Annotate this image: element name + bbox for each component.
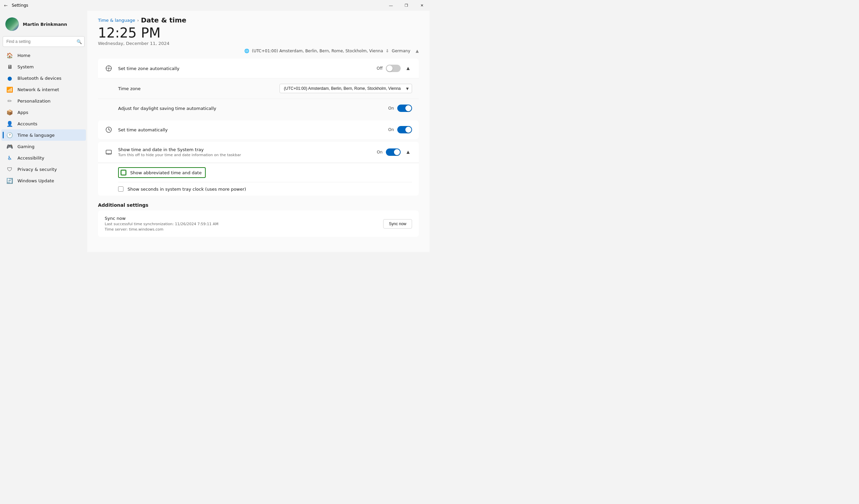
set-timezone-label: Set time zone automatically — [118, 66, 376, 71]
set-time-auto-status: On — [388, 127, 394, 132]
main-content: Time & language › Date & time 12:25 PM W… — [87, 11, 430, 252]
scroll-up-icon[interactable]: ▲ — [416, 49, 419, 53]
system-tray-toggle[interactable] — [386, 148, 401, 156]
breadcrumb-current: Date & time — [141, 16, 186, 24]
abbreviated-time-checkbox[interactable] — [121, 170, 126, 175]
breadcrumb-separator: › — [137, 18, 139, 23]
set-timezone-expand[interactable]: ▲ — [404, 64, 412, 73]
settings-area: Set time zone automatically Off ▲ Time z… — [87, 56, 430, 250]
settings-card-timezone: Set time zone automatically Off ▲ Time z… — [98, 59, 419, 117]
additional-settings-title: Additional settings — [98, 202, 419, 208]
content-header: Time & language › Date & time 12:25 PM W… — [87, 11, 430, 49]
accounts-icon: 👤 — [7, 121, 13, 127]
timezone-dropdown-wrap: (UTC+01:00) Amsterdam, Berlin, Bern, Rom… — [280, 84, 412, 93]
privacy-icon: 🛡 — [7, 166, 13, 172]
maximize-button[interactable]: ❐ — [398, 0, 414, 11]
sidebar-item-label: Privacy & security — [17, 167, 57, 172]
timezone-dropdown[interactable]: (UTC+01:00) Amsterdam, Berlin, Bern, Rom… — [280, 84, 412, 93]
current-date: Wednesday, December 11, 2024 — [98, 41, 419, 46]
sidebar-item-label: Gaming — [17, 144, 34, 149]
sync-now-button[interactable]: Sync now — [383, 219, 412, 229]
sidebar-item-label: Bluetooth & devices — [17, 76, 61, 81]
sidebar-item-label: Network & internet — [17, 87, 59, 92]
sync-title: Sync now — [105, 216, 383, 221]
sidebar-item-label: Accessibility — [17, 156, 44, 160]
sync-desc1: Last successful time synchronization: 11… — [105, 222, 383, 226]
timezone-selector-label: Time zone — [118, 86, 280, 91]
timezone-globe-icon: 🌐 — [244, 49, 249, 53]
sidebar-item-apps[interactable]: 📦 Apps — [1, 107, 86, 118]
show-seconds-checkbox[interactable] — [118, 186, 123, 192]
settings-card-system-tray: Show time and date in the System tray Tu… — [98, 142, 419, 196]
accessibility-icon: ♿ — [7, 155, 13, 161]
region-separator-icon: ⇩ — [386, 49, 389, 53]
show-seconds-label: Show seconds in system tray clock (uses … — [127, 187, 246, 192]
sidebar-item-label: System — [17, 64, 33, 69]
sidebar-item-label: Apps — [17, 110, 28, 115]
svg-line-4 — [109, 130, 110, 130]
system-tray-info: Show time and date in the System tray Tu… — [118, 147, 377, 157]
abbreviated-time-highlighted-wrap: Show abbreviated time and date — [118, 167, 206, 178]
set-timezone-status: Off — [376, 66, 382, 71]
abbreviated-time-row: Show abbreviated time and date — [118, 163, 412, 182]
breadcrumb-parent[interactable]: Time & language — [98, 18, 135, 23]
system-tray-desc: Turn this off to hide your time and date… — [118, 153, 377, 157]
daylight-saving-toggle[interactable] — [397, 105, 412, 112]
back-icon[interactable]: ← — [4, 3, 8, 8]
sidebar-item-personalization[interactable]: ✏️ Personalization — [1, 95, 86, 107]
current-time: 12:25 PM — [98, 26, 419, 40]
home-icon: 🏠 — [7, 52, 13, 58]
system-tray-label: Show time and date in the System tray — [118, 147, 377, 152]
sidebar: Martin Brinkmann 🔍 🏠 Home 🖥 System ● Blu… — [0, 11, 87, 252]
set-time-auto-info: Set time automatically — [118, 127, 388, 132]
minimize-button[interactable]: — — [383, 0, 398, 11]
system-tray-status: On — [377, 150, 382, 155]
sub-settings: Show abbreviated time and date Show seco… — [98, 163, 419, 196]
sidebar-item-bluetooth[interactable]: ● Bluetooth & devices — [1, 73, 86, 84]
breadcrumb: Time & language › Date & time — [98, 16, 419, 24]
app-body: Martin Brinkmann 🔍 🏠 Home 🖥 System ● Blu… — [0, 11, 430, 252]
sync-desc2: Time server: time.windows.com — [105, 227, 383, 232]
system-tray-row: Show time and date in the System tray Tu… — [98, 142, 419, 163]
personalization-icon: ✏️ — [7, 98, 13, 104]
sidebar-item-system[interactable]: 🖥 System — [1, 61, 86, 73]
set-timezone-info: Set time zone automatically — [118, 66, 376, 71]
sidebar-item-network[interactable]: 📶 Network & internet — [1, 84, 86, 95]
set-time-auto-row: Set time automatically On — [98, 120, 419, 139]
sidebar-item-windows-update[interactable]: 🔄 Windows Update — [1, 175, 86, 186]
daylight-saving-control: On — [388, 105, 412, 112]
svg-point-7 — [108, 154, 109, 155]
set-timezone-toggle[interactable] — [386, 65, 401, 72]
set-time-auto-toggle[interactable] — [397, 126, 412, 133]
time-language-icon: 🕐 — [7, 132, 13, 138]
titlebar-title: Settings — [12, 3, 28, 8]
sidebar-item-label: Windows Update — [17, 178, 54, 183]
daylight-saving-row: Adjust for daylight saving time automati… — [98, 99, 419, 117]
abbreviated-time-label: Show abbreviated time and date — [130, 170, 202, 175]
sidebar-item-time-language[interactable]: 🕐 Time & language — [1, 129, 86, 141]
timezone-bar: 🌐 (UTC+01:00) Amsterdam, Berlin, Bern, R… — [87, 49, 430, 53]
titlebar: ← Settings — ❐ ✕ — [0, 0, 430, 11]
user-name: Martin Brinkmann — [23, 22, 67, 27]
windows-update-icon: 🔄 — [7, 178, 13, 184]
apps-icon: 📦 — [7, 109, 13, 115]
clock-icon — [105, 126, 113, 134]
close-button[interactable]: ✕ — [414, 0, 430, 11]
search-box: 🔍 — [3, 36, 85, 47]
sidebar-item-label: Home — [17, 53, 30, 58]
sidebar-item-label: Accounts — [17, 121, 37, 126]
gaming-icon: 🎮 — [7, 143, 13, 149]
sidebar-item-accessibility[interactable]: ♿ Accessibility — [1, 152, 86, 163]
sidebar-item-home[interactable]: 🏠 Home — [1, 50, 86, 61]
timezone-selector-info: Time zone — [118, 86, 280, 91]
system-icon: 🖥 — [7, 64, 13, 70]
sidebar-item-gaming[interactable]: 🎮 Gaming — [1, 141, 86, 152]
system-tray-expand[interactable]: ▲ — [404, 148, 412, 157]
daylight-saving-info: Adjust for daylight saving time automati… — [118, 106, 388, 111]
sidebar-item-privacy-security[interactable]: 🛡 Privacy & security — [1, 163, 86, 175]
sidebar-item-accounts[interactable]: 👤 Accounts — [1, 118, 86, 129]
search-input[interactable] — [3, 36, 85, 47]
system-tray-icon — [105, 148, 113, 156]
set-timezone-control: Off ▲ — [376, 64, 412, 73]
show-seconds-row: Show seconds in system tray clock (uses … — [118, 182, 412, 196]
